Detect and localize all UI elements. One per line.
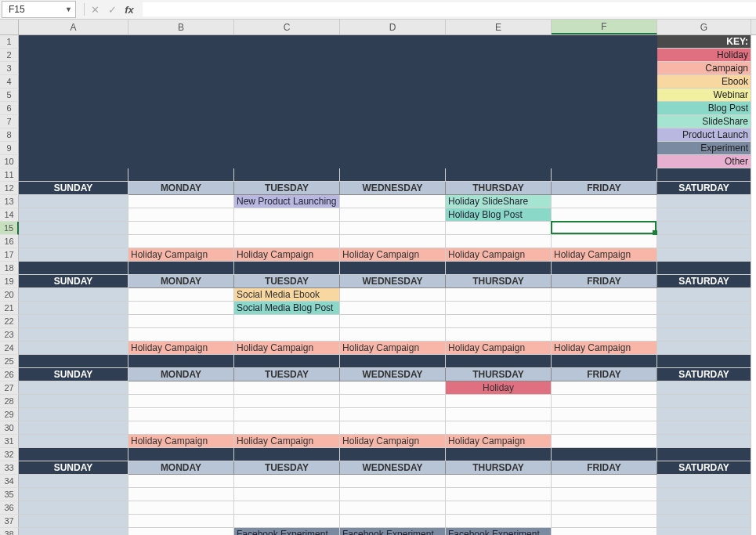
cell[interactable]	[128, 89, 234, 102]
row-header[interactable]: 35	[0, 488, 19, 501]
cell[interactable]	[19, 328, 128, 342]
spreadsheet-grid[interactable]: [February + 2023]1KEY:2Holiday3Campaign4…	[0, 35, 756, 535]
row-header[interactable]: 19	[0, 275, 19, 288]
cell[interactable]	[446, 421, 552, 435]
campaign-cell[interactable]: Holiday Campaign	[552, 248, 657, 262]
cell[interactable]	[128, 35, 234, 49]
row-header[interactable]: 10	[0, 155, 19, 168]
cell[interactable]	[19, 208, 128, 222]
row-header[interactable]: 5	[0, 89, 19, 102]
cell[interactable]	[446, 475, 552, 488]
cell[interactable]	[128, 421, 234, 435]
cell[interactable]	[128, 195, 234, 208]
fx-icon[interactable]: fx	[121, 1, 138, 18]
cell[interactable]	[552, 155, 657, 168]
cell[interactable]	[657, 408, 751, 421]
accept-icon[interactable]: ✓	[103, 1, 121, 18]
row-header[interactable]: 3	[0, 62, 19, 75]
cell[interactable]	[657, 488, 751, 501]
cell[interactable]	[552, 328, 657, 342]
cell[interactable]	[19, 421, 128, 435]
cell[interactable]	[340, 115, 446, 128]
row-header[interactable]: 34	[0, 475, 19, 488]
cell[interactable]	[234, 475, 340, 488]
cell[interactable]	[552, 408, 657, 421]
cell[interactable]	[234, 75, 340, 89]
cell[interactable]	[446, 515, 552, 528]
cell[interactable]	[657, 302, 751, 315]
cell[interactable]	[19, 315, 128, 328]
formula-input[interactable]	[143, 2, 756, 16]
cell[interactable]	[552, 102, 657, 115]
cell[interactable]	[19, 515, 128, 528]
row-header[interactable]: 27	[0, 381, 19, 395]
cell[interactable]	[340, 501, 446, 515]
event-launch[interactable]: New Product Launching	[234, 195, 340, 208]
cell[interactable]	[446, 62, 552, 75]
cell[interactable]	[552, 142, 657, 155]
cell[interactable]	[234, 515, 340, 528]
cell[interactable]	[552, 395, 657, 408]
cell[interactable]	[446, 222, 552, 235]
cell[interactable]	[128, 235, 234, 248]
row-header[interactable]: 13	[0, 195, 19, 208]
cell[interactable]	[340, 315, 446, 328]
cell[interactable]	[340, 102, 446, 115]
cell[interactable]	[128, 501, 234, 515]
cell[interactable]	[128, 288, 234, 302]
row-header[interactable]: 12	[0, 182, 19, 195]
row-header[interactable]: 24	[0, 342, 19, 355]
cell[interactable]	[234, 155, 340, 168]
row-header[interactable]: 1	[0, 35, 19, 49]
row-header[interactable]: 32	[0, 448, 19, 461]
cell[interactable]	[552, 435, 657, 448]
campaign-cell[interactable]: Holiday Campaign	[340, 435, 446, 448]
cell[interactable]	[234, 408, 340, 421]
cell[interactable]	[19, 115, 128, 128]
cell[interactable]	[552, 235, 657, 248]
cell[interactable]	[340, 381, 446, 395]
cell[interactable]	[19, 49, 128, 62]
campaign-cell[interactable]: Holiday Campaign	[234, 435, 340, 448]
cell[interactable]	[657, 528, 751, 535]
cell[interactable]	[128, 315, 234, 328]
cell[interactable]	[340, 421, 446, 435]
cell[interactable]	[446, 75, 552, 89]
cell[interactable]	[446, 408, 552, 421]
column-header-E[interactable]: E	[446, 20, 552, 34]
cell[interactable]	[19, 35, 128, 49]
row-header[interactable]: 11	[0, 168, 19, 182]
cell[interactable]	[340, 288, 446, 302]
column-header-D[interactable]: D	[340, 20, 446, 34]
cell[interactable]	[552, 128, 657, 142]
cell[interactable]	[446, 49, 552, 62]
campaign-cell[interactable]: Holiday Campaign	[446, 435, 552, 448]
row-header[interactable]: 22	[0, 315, 19, 328]
row-header[interactable]: 31	[0, 435, 19, 448]
cell[interactable]	[657, 288, 751, 302]
cell[interactable]	[657, 381, 751, 395]
cell[interactable]	[446, 302, 552, 315]
row-header[interactable]: 33	[0, 461, 19, 475]
column-header-B[interactable]: B	[128, 20, 234, 34]
cell[interactable]	[128, 142, 234, 155]
cell[interactable]	[19, 235, 128, 248]
cell[interactable]	[446, 288, 552, 302]
row-header[interactable]: 14	[0, 208, 19, 222]
cell[interactable]	[446, 488, 552, 501]
cell[interactable]	[552, 89, 657, 102]
row-header[interactable]: 17	[0, 248, 19, 262]
cell[interactable]	[552, 501, 657, 515]
cell[interactable]	[446, 102, 552, 115]
cell[interactable]	[552, 35, 657, 49]
cell[interactable]	[128, 528, 234, 535]
cell[interactable]	[340, 128, 446, 142]
cell[interactable]	[19, 128, 128, 142]
row-header[interactable]: 38	[0, 528, 19, 535]
cell[interactable]	[234, 115, 340, 128]
cell[interactable]	[657, 421, 751, 435]
cell[interactable]	[657, 328, 751, 342]
cell[interactable]	[552, 315, 657, 328]
campaign-cell[interactable]: Holiday Campaign	[340, 342, 446, 355]
cell[interactable]	[657, 248, 751, 262]
